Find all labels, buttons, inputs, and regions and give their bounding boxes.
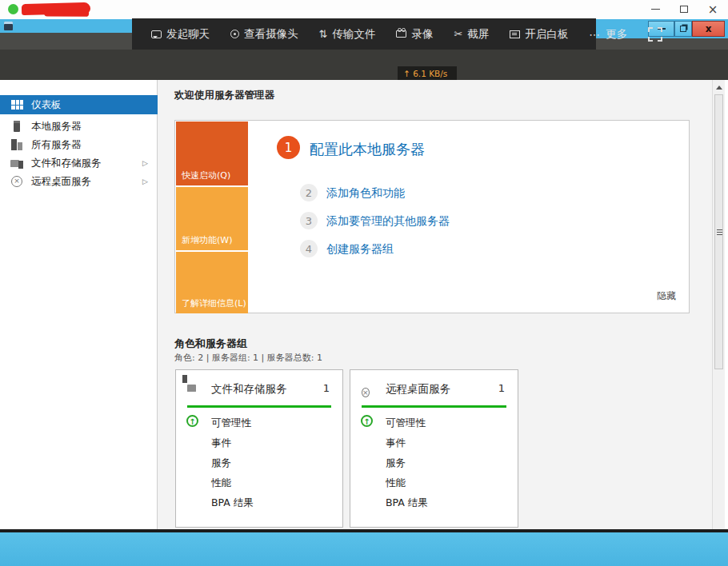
bpa-results-row[interactable]: BPA 结果 (176, 493, 342, 513)
role-tile-count: 1 (498, 382, 505, 394)
performance-row[interactable]: 性能 (176, 473, 342, 493)
view-camera-button[interactable]: 查看摄像头 (230, 27, 298, 42)
manageability-row[interactable]: ↑ 可管理性 (350, 413, 518, 433)
status-dot-icon (8, 4, 18, 14)
server-manager-window-icon (4, 22, 13, 30)
row-label: 性能 (386, 476, 406, 490)
create-server-group-link[interactable]: 创建服务器组 (326, 242, 394, 257)
status-up-icon: ↑ (186, 415, 198, 427)
step-number: 2 (306, 187, 312, 199)
role-tile-header[interactable]: × 远程桌面服务 1 (350, 380, 518, 401)
more-label: 更多 (606, 27, 627, 42)
learn-more-label: 了解详细信息(L) (182, 297, 246, 309)
sidebar: 仪表板 本地服务器 所有服务器 文件和存储服务 ▷ × 远程桌面服务 ▷ (0, 80, 158, 529)
quick-start-label: 快速启动(Q) (182, 169, 230, 181)
sidebar-item-label: 所有服务器 (31, 138, 82, 152)
upload-speed: ↑ 6.1 KB/s (403, 69, 447, 78)
remote-desktop-icon: × (362, 383, 370, 398)
remote-restore-button[interactable] (674, 21, 692, 37)
status-rule (187, 405, 331, 408)
quick-start-tab[interactable]: 快速启动(Q) (176, 122, 248, 185)
screen: × x 发起聊天 查看摄像头 ⇅ 传输文件 录像 ✂ 截屏 开启 (0, 0, 728, 566)
record-label: 录像 (411, 27, 433, 42)
outer-close-button[interactable]: × (701, 0, 725, 18)
screenshot-button[interactable]: ✂ 截屏 (454, 27, 489, 42)
whats-new-tab[interactable]: 新增功能(W) (176, 187, 248, 250)
sidebar-item-local-server[interactable]: 本地服务器 (0, 117, 158, 136)
sidebar-item-label: 本地服务器 (31, 120, 82, 134)
dashboard-grid-icon (10, 100, 23, 110)
file-storage-icon (10, 158, 23, 169)
configure-local-server-link[interactable]: 配置此本地服务器 (310, 140, 425, 159)
row-label: 可管理性 (386, 417, 426, 430)
remote-desktop-icon: × (10, 176, 23, 187)
start-chat-button[interactable]: 发起聊天 (151, 27, 210, 42)
transfer-files-label: 传输文件 (332, 27, 375, 42)
screenshot-icon: ✂ (454, 28, 462, 40)
expand-arrow-icon[interactable]: ▷ (142, 159, 148, 167)
role-tile-header[interactable]: 文件和存储服务 1 (176, 380, 342, 401)
step-number: 4 (306, 243, 312, 255)
row-label: BPA 结果 (386, 496, 428, 510)
view-camera-label: 查看摄像头 (244, 27, 298, 42)
sidebar-item-label: 仪表板 (31, 98, 62, 112)
outer-maximize-button[interactable] (672, 0, 696, 18)
row-label: 事件 (386, 436, 406, 450)
step-number: 3 (306, 215, 312, 227)
scroll-up-arrow-icon[interactable] (713, 82, 726, 93)
step-number: 1 (285, 141, 293, 155)
sidebar-item-all-servers[interactable]: 所有服务器 (0, 135, 158, 154)
whiteboard-button[interactable]: 开启白板 (510, 27, 568, 42)
row-label: BPA 结果 (211, 496, 254, 510)
status-rule (362, 405, 506, 408)
restore-icon (680, 26, 686, 32)
transfer-files-button[interactable]: ⇅ 传输文件 (319, 27, 376, 42)
events-row[interactable]: 事件 (176, 433, 342, 453)
fullscreen-button[interactable] (648, 24, 662, 45)
roles-section-title: 角色和服务器组 (174, 337, 247, 351)
manageability-row[interactable]: ↑ 可管理性 (176, 413, 342, 433)
role-tile-title[interactable]: 文件和存储服务 (211, 382, 287, 397)
sidebar-item-label: 远程桌面服务 (31, 175, 91, 189)
role-tile-remote-desktop: × 远程桌面服务 1 ↑ 可管理性 事件 服务 性能 BPA 结果 (350, 369, 518, 528)
step-2-badge: 2 (300, 184, 318, 201)
dashboard-content: 欢迎使用服务器管理器 快速启动(Q) 新增功能(W) 了解详细信息(L) 1 配… (158, 80, 712, 529)
hide-link[interactable]: 隐藏 (657, 289, 676, 303)
services-row[interactable]: 服务 (350, 453, 518, 473)
row-label: 性能 (211, 476, 231, 490)
fullscreen-icon (648, 27, 662, 42)
scrollbar-thumb[interactable] (714, 94, 723, 369)
role-tile-count: 1 (323, 382, 330, 394)
transfer-files-icon: ⇅ (319, 29, 328, 39)
row-label: 服务 (211, 456, 231, 470)
learn-more-tab[interactable]: 了解详细信息(L) (176, 252, 248, 313)
add-other-servers-link[interactable]: 添加要管理的其他服务器 (326, 214, 450, 229)
role-tile-title[interactable]: 远程桌面服务 (386, 382, 450, 397)
camera-icon (230, 30, 239, 38)
vertical-scrollbar[interactable] (712, 80, 725, 529)
whats-new-label: 新增功能(W) (182, 234, 232, 246)
taskbar: 服务器管理器 内网远程桌面D... ftp服务器软件_... ECap .b (0, 532, 728, 566)
step-1-badge: 1 (277, 136, 300, 159)
add-roles-features-link[interactable]: 添加角色和功能 (326, 186, 405, 201)
step-4-badge: 4 (300, 240, 318, 257)
sidebar-item-remote-desktop-services[interactable]: × 远程桌面服务 ▷ (0, 172, 158, 191)
outer-titlebar: × (0, 0, 728, 18)
performance-row[interactable]: 性能 (350, 473, 518, 493)
server-icon (10, 121, 23, 132)
outer-minimize-button[interactable] (643, 0, 667, 18)
network-upload-badge: ↑ 6.1 KB/s (398, 66, 457, 80)
bpa-results-row[interactable]: BPA 结果 (350, 493, 518, 513)
sidebar-item-dashboard[interactable]: 仪表板 (0, 95, 158, 114)
expand-arrow-icon[interactable]: ▷ (142, 177, 148, 185)
row-label: 服务 (386, 456, 406, 470)
scrollbar-grip-icon (717, 229, 722, 236)
sidebar-item-file-storage-services[interactable]: 文件和存储服务 ▷ (0, 153, 158, 173)
record-button[interactable]: 录像 (396, 27, 433, 42)
events-row[interactable]: 事件 (350, 433, 518, 453)
more-button[interactable]: ⋯ 更多 (589, 27, 627, 42)
chat-icon (151, 30, 162, 38)
remote-close-button[interactable]: x (692, 21, 725, 37)
services-row[interactable]: 服务 (176, 453, 342, 473)
record-icon (396, 30, 406, 38)
